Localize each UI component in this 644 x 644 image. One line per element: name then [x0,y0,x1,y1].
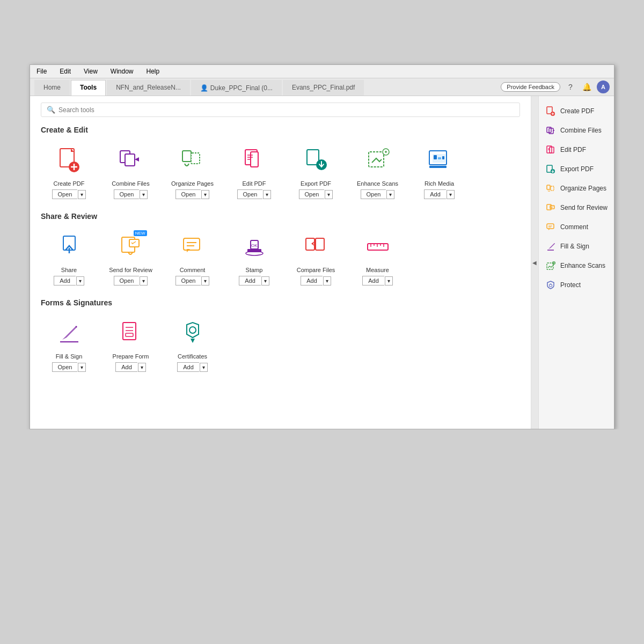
combine-files-open-btn[interactable]: Open [114,189,140,199]
create-pdf-dropdown-btn[interactable]: ▾ [78,190,86,199]
right-combine-files[interactable]: Combine Files [543,121,610,140]
fill-sign-icon [52,316,86,350]
right-fill-sign-label: Fill & Sign [560,243,589,250]
create-pdf-open-btn[interactable]: Open [52,189,78,199]
rich-media-dropdown-btn[interactable]: ▾ [447,190,455,199]
tool-combine-files: Combine Files Open ▾ [103,143,159,199]
fill-sign-label: Fill & Sign [56,353,83,360]
tab-home[interactable]: Home [34,80,70,96]
right-panel-toggle[interactable]: ◀ [531,96,539,429]
send-review-label: Send for Review [109,267,152,273]
right-edit-pdf[interactable]: Edit PDF [543,140,610,159]
svg-rect-33 [316,238,324,250]
provide-feedback-button[interactable]: Provide Feedback [501,82,560,92]
fill-sign-dropdown-btn[interactable]: ▾ [78,363,86,372]
edit-pdf-dropdown-btn[interactable]: ▾ [263,190,271,199]
combine-files-icon [114,143,148,177]
section-create-edit-title: Create & Edit [41,126,520,134]
create-pdf-label: Create PDF [53,180,84,187]
right-sidebar: ◀ Create PDF [531,96,614,429]
stamp-add-btn[interactable]: Add [239,276,261,286]
right-comment[interactable]: Comment [543,217,610,237]
app-window: File Edit View Window Help Home Tools NF… [30,64,614,429]
right-send-review[interactable]: Send for Review [543,198,610,217]
menu-bar: File Edit View Window Help [30,65,614,78]
tab-tools[interactable]: Tools [71,80,106,96]
help-icon[interactable]: ? [565,81,576,93]
measure-add-btn[interactable]: Add [362,276,384,286]
certificates-add-btn[interactable]: Add [177,362,199,372]
prepare-form-buttons: Add ▾ [115,362,146,372]
combine-files-dropdown-btn[interactable]: ▾ [140,190,148,199]
comment-open-btn[interactable]: Open [175,276,201,286]
right-protect[interactable]: Protect [543,275,610,295]
svg-rect-59 [551,186,554,191]
section-forms-sigs-title: Forms & Signatures [41,298,520,307]
enhance-scans-dropdown-btn[interactable]: ▾ [386,190,394,199]
right-fill-sign-icon [545,241,556,252]
certificates-label: Certificates [178,353,207,360]
export-pdf-open-btn[interactable]: Open [299,189,325,199]
search-input[interactable] [58,106,514,114]
tool-certificates: Certificates Add ▾ [164,316,221,372]
prepare-form-add-btn[interactable]: Add [115,362,137,372]
notifications-icon[interactable]: 🔔 [581,81,592,93]
tool-prepare-form: Prepare Form Add ▾ [103,316,159,372]
svg-rect-9 [251,152,258,167]
menu-view[interactable]: View [82,67,100,76]
tool-stamp: OK Stamp Add ▾ [226,229,282,286]
right-protect-icon [545,280,556,290]
send-review-icon: NEW [114,229,148,264]
right-enhance-scans[interactable]: Enhance Scans [543,256,610,275]
svg-rect-70 [549,284,552,287]
new-badge: NEW [134,230,147,236]
prepare-form-dropdown-btn[interactable]: ▾ [138,363,146,372]
measure-dropdown-btn[interactable]: ▾ [385,276,393,286]
enhance-scans-open-btn[interactable]: Open [361,189,386,199]
stamp-label: Stamp [246,267,263,273]
share-add-btn[interactable]: Add [54,276,76,286]
menu-window[interactable]: Window [108,67,136,76]
right-organize-pages[interactable]: Organize Pages [543,179,610,198]
menu-help[interactable]: Help [144,67,162,76]
tab-evans[interactable]: Evans_PPC_Final.pdf [283,80,364,96]
stamp-dropdown-btn[interactable]: ▾ [261,276,269,286]
svg-rect-21 [429,166,447,168]
svg-rect-7 [191,153,200,164]
tab-nfn[interactable]: NFN_and_ReleaseN... [107,80,190,96]
share-buttons: Add ▾ [54,276,84,286]
send-review-dropdown-btn[interactable]: ▾ [140,276,148,286]
tool-organize-pages: Organize Pages Open ▾ [164,143,221,199]
certificates-dropdown-btn[interactable]: ▾ [200,363,208,372]
section-share-review-grid: Share Add ▾ NEW [41,229,520,286]
compare-files-dropdown-btn[interactable]: ▾ [323,276,331,286]
tool-send-review: NEW Send for Review Open ▾ [103,229,159,286]
svg-rect-58 [547,185,550,189]
svg-rect-24 [129,239,139,247]
svg-rect-5 [125,154,135,166]
compare-files-add-btn[interactable]: Add [301,276,323,286]
right-edit-pdf-icon [545,144,556,155]
export-pdf-dropdown-btn[interactable]: ▾ [325,190,333,199]
section-share-review-title: Share & Review [41,212,520,221]
fill-sign-open-btn[interactable]: Open [52,362,78,372]
tab-duke[interactable]: 👤 Duke_PPC_Final (0... [191,80,282,96]
menu-file[interactable]: File [34,67,49,76]
comment-dropdown-btn[interactable]: ▾ [201,276,209,286]
organize-pages-open-btn[interactable]: Open [175,189,201,199]
right-fill-sign[interactable]: Fill & Sign [543,237,610,256]
avatar[interactable]: A [597,80,610,93]
right-export-pdf[interactable]: Export PDF [543,159,610,179]
right-enhance-scans-icon [545,260,556,271]
tool-measure: Measure Add ▾ [349,229,406,286]
organize-pages-dropdown-btn[interactable]: ▾ [201,190,209,199]
share-dropdown-btn[interactable]: ▾ [76,276,84,286]
certificates-buttons: Add ▾ [177,362,208,372]
menu-edit[interactable]: Edit [57,67,73,76]
compare-files-buttons: Add ▾ [301,276,331,286]
send-review-open-btn[interactable]: Open [114,276,140,286]
edit-pdf-open-btn[interactable]: Open [237,189,263,199]
tool-fill-sign: Fill & Sign Open ▾ [41,316,97,372]
rich-media-add-btn[interactable]: Add [424,189,446,199]
right-create-pdf[interactable]: Create PDF [543,101,610,121]
